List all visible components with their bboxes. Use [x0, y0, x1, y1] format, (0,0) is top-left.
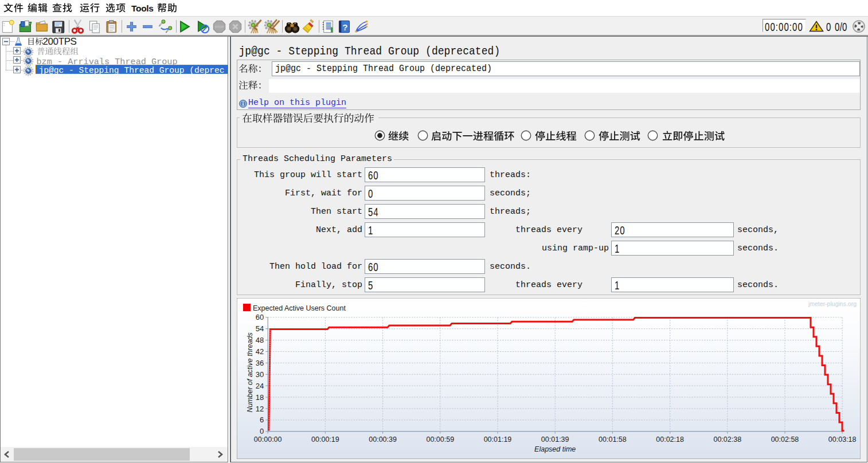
svg-text:00:03:18: 00:03:18: [828, 435, 857, 444]
svg-text:0: 0: [260, 427, 264, 435]
svg-text:00:00:19: 00:00:19: [311, 435, 339, 444]
svg-text:00:01:58: 00:01:58: [599, 435, 627, 444]
svg-text:18: 18: [256, 393, 264, 402]
svg-text:30: 30: [256, 370, 264, 379]
svg-text:?: ?: [342, 22, 347, 32]
svg-text:Expected Active Users Count: Expected Active Users Count: [253, 304, 346, 312]
svg-text:00:01:19: 00:01:19: [484, 435, 512, 444]
svg-text:24: 24: [256, 382, 264, 390]
svg-text:36: 36: [256, 359, 264, 367]
svg-text:00:00:59: 00:00:59: [426, 435, 454, 444]
svg-text:48: 48: [256, 336, 264, 344]
svg-text:00:02:18: 00:02:18: [656, 435, 684, 444]
svg-text:Elapsed time: Elapsed time: [534, 445, 576, 453]
svg-text:00:00:00: 00:00:00: [254, 435, 282, 444]
svg-text:jmeter-plugins.org: jmeter-plugins.org: [808, 300, 857, 307]
svg-text:42: 42: [256, 347, 264, 356]
svg-text:00:00:39: 00:00:39: [369, 435, 397, 444]
svg-text:60: 60: [256, 313, 264, 321]
svg-text:Number of active threads: Number of active threads: [246, 332, 254, 413]
svg-text:00:02:58: 00:02:58: [771, 435, 799, 444]
svg-text:6: 6: [260, 415, 264, 424]
svg-text:12: 12: [256, 405, 264, 413]
svg-text:00:02:38: 00:02:38: [713, 435, 741, 444]
svg-text:STOP: STOP: [214, 25, 224, 29]
svg-text:00:01:39: 00:01:39: [541, 435, 569, 444]
svg-text:54: 54: [256, 324, 264, 333]
